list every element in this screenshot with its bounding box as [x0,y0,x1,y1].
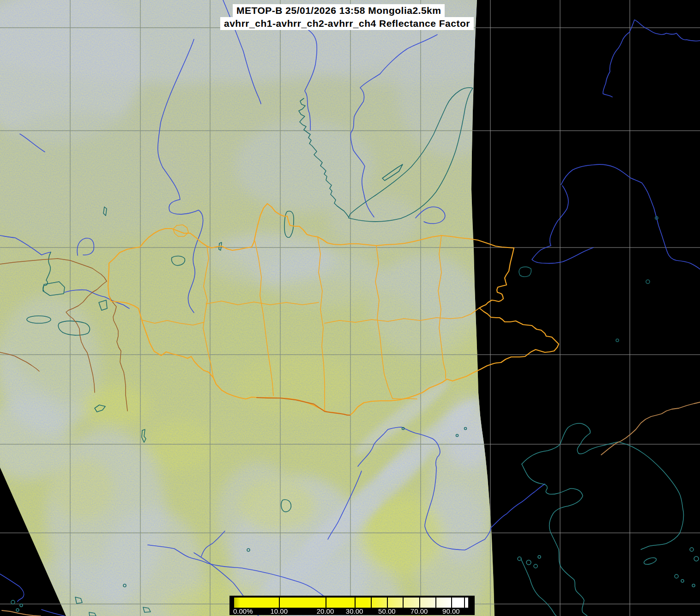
colorbar-tick [387,598,388,608]
colorbar-tick [435,598,436,608]
image-title-line1: METOP-B 25/01/2026 13:58 Mongolia2.5km [233,4,445,17]
colorbar-label: 0.00% [233,608,253,615]
colorbar-tick [233,598,234,608]
colorbar-tick [403,598,404,608]
colorbar-tick [326,598,326,608]
colorbar-label: 10.00 [270,608,288,615]
colorbar-labels: 0.00% 10.00 20.00 30.00 50.00 70.00 90.0… [233,608,468,615]
reflectance-colorbar: 0.00% 10.00 20.00 30.00 50.00 70.00 90.0… [229,596,475,615]
colorbar-label: 90.00 [442,608,460,615]
colorbar-label: 50.00 [378,608,396,615]
colorbar-ticks [233,598,468,608]
colorbar-label: 30.00 [346,608,363,615]
colorbar-gradient [233,598,468,608]
satellite-map [0,0,700,616]
colorbar-tick [355,598,356,608]
image-title-line2: avhrr_ch1-avhrr_ch2-avhrr_ch4 Reflectanc… [220,17,474,30]
colorbar-tick [371,598,372,608]
satellite-image-viewer: METOP-B 25/01/2026 13:58 Mongolia2.5km a… [0,0,700,616]
colorbar-label: 70.00 [410,608,428,615]
colorbar-tick [419,598,420,608]
colorbar-tick [464,598,465,608]
colorbar-tick [279,598,280,608]
colorbar-tick [451,598,452,608]
colorbar-label: 20.00 [317,608,334,615]
